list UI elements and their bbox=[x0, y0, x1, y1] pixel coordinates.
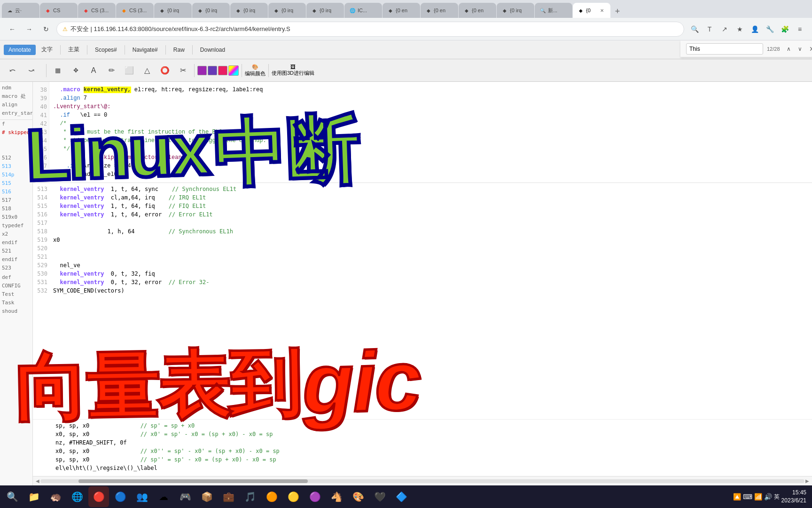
taskbar-app-art[interactable]: 🎨 bbox=[348, 486, 368, 507]
taskbar-app-dark[interactable]: 🖤 bbox=[369, 486, 390, 507]
draw-cut-button[interactable]: ✂ bbox=[174, 62, 191, 79]
taskbar-app-blue[interactable]: 🔵 bbox=[110, 486, 131, 507]
color-swatch-pink[interactable] bbox=[218, 66, 227, 75]
horizontal-scrollbar[interactable]: ◀ ▶ bbox=[33, 476, 812, 485]
tab-favicon-cloud: ☁ bbox=[7, 7, 13, 14]
share-icon[interactable]: ↗ bbox=[718, 23, 731, 36]
tab-label-en3: {0 en bbox=[472, 8, 484, 13]
tab-active[interactable]: ◆ {0 ✕ bbox=[573, 3, 610, 18]
tab-irq1[interactable]: ◆ {0 irq bbox=[154, 3, 192, 18]
line-num-48: 48 bbox=[35, 170, 47, 179]
tab-en3[interactable]: ◆ {0 en bbox=[459, 3, 496, 18]
draw-redo-button[interactable]: ⤻ bbox=[23, 62, 39, 79]
color-swatch-multi[interactable] bbox=[228, 65, 239, 76]
draw-rect-button[interactable]: ⬜ bbox=[121, 62, 138, 79]
tray-keyboard-icon[interactable]: ⌨ bbox=[743, 493, 752, 500]
draw-move-button[interactable]: ✥ bbox=[67, 62, 84, 79]
taskbar-app-yellow[interactable]: 🟡 bbox=[283, 486, 304, 507]
edit-colors-button[interactable]: 🎨 编辑颜色 bbox=[245, 64, 265, 77]
scroll-right-button[interactable]: ▶ bbox=[804, 478, 810, 484]
profile-icon[interactable]: 👤 bbox=[748, 23, 761, 36]
scroll-track[interactable] bbox=[40, 479, 804, 483]
tab-irq2[interactable]: ◆ {0 irq bbox=[192, 3, 230, 18]
draw-separator-2 bbox=[194, 64, 195, 77]
tab-cs2[interactable]: ◆ CS (3... bbox=[78, 3, 116, 18]
tab-en1[interactable]: ◆ {0 en bbox=[383, 3, 420, 18]
anno-separator-2 bbox=[87, 45, 87, 55]
translate-icon[interactable]: T bbox=[703, 23, 716, 36]
taskbar-browser-button[interactable]: 🌐 bbox=[67, 486, 87, 507]
taskbar-app-diamond[interactable]: 🔷 bbox=[391, 486, 412, 507]
tab-cs3[interactable]: ◆ CS (3... bbox=[116, 3, 154, 18]
code-line-num-532: 532 bbox=[33, 286, 47, 295]
find-prev-button[interactable]: ∧ bbox=[784, 44, 794, 54]
draw-undo-button[interactable]: ⤺ bbox=[4, 62, 21, 79]
scroll-thumb[interactable] bbox=[78, 479, 308, 483]
taskbar-app-work[interactable]: 💼 bbox=[218, 486, 239, 507]
tab-irq6[interactable]: ◆ {0 irq bbox=[497, 3, 534, 18]
draw-pen-button[interactable]: ✏ bbox=[103, 62, 120, 79]
find-close-button[interactable]: ✕ bbox=[809, 45, 812, 53]
anno-tab-raw[interactable]: Raw bbox=[169, 45, 189, 55]
tab-irq4[interactable]: ◆ {0 irq bbox=[268, 3, 306, 18]
find-input[interactable] bbox=[686, 43, 763, 55]
taskbar-app-orange[interactable]: 🟠 bbox=[261, 486, 282, 507]
taskbar-app-cloud[interactable]: ☁ bbox=[153, 486, 174, 507]
taskbar-app-game[interactable]: 🎮 bbox=[175, 486, 195, 507]
draw-triangle-button[interactable]: △ bbox=[139, 62, 156, 79]
tray-network-icon[interactable]: 📶 bbox=[754, 493, 762, 500]
line-num-46: 46 bbox=[35, 153, 47, 162]
draw-select-button[interactable]: ▦ bbox=[49, 62, 66, 79]
taskbar-files-button[interactable]: 📁 bbox=[23, 486, 44, 507]
draw-text-button[interactable]: A bbox=[85, 62, 102, 79]
anno-tab-navigate[interactable]: Navigate# bbox=[128, 45, 163, 55]
tab-close-button[interactable]: ✕ bbox=[598, 7, 606, 14]
code-line-47: .if \regsize == 64 bbox=[53, 162, 808, 170]
taskbar-hedgehog-button[interactable]: 🦔 bbox=[45, 486, 66, 507]
color-swatch-purple1[interactable] bbox=[197, 66, 207, 75]
taskbar-clock[interactable]: 15:45 2023/6/21 bbox=[781, 489, 806, 505]
tray-volume-icon[interactable]: 🔊 bbox=[764, 493, 772, 500]
taskbar-app-box[interactable]: 📦 bbox=[196, 486, 217, 507]
tab-cloud[interactable]: ☁ 云· bbox=[2, 3, 39, 18]
forward-button[interactable]: → bbox=[23, 23, 36, 36]
menu-icon[interactable]: ≡ bbox=[793, 23, 806, 36]
left-num-519: 519x0 bbox=[0, 213, 32, 222]
taskbar-app-purple[interactable]: 🟣 bbox=[304, 486, 325, 507]
browser-frame: ☁ 云· ◆ CS ◆ CS (3... ◆ CS (3... ◆ {0 irq… bbox=[0, 0, 812, 508]
taskbar-app-red[interactable]: 🔴 bbox=[88, 486, 109, 507]
tray-icon-1[interactable]: 🔼 bbox=[733, 493, 741, 500]
tab-en2[interactable]: ◆ {0 en bbox=[421, 3, 458, 18]
back-button[interactable]: ← bbox=[6, 23, 19, 36]
taskbar-app-horse[interactable]: 🐴 bbox=[326, 486, 347, 507]
taskbar-app-team[interactable]: 👥 bbox=[132, 486, 152, 507]
anno-tab-annotate[interactable]: Annotate bbox=[4, 45, 36, 55]
bookmark-icon[interactable]: ★ bbox=[733, 23, 746, 36]
taskbar-search-button[interactable]: 🔍 bbox=[2, 486, 23, 507]
search-browser-icon[interactable]: 🔍 bbox=[688, 23, 701, 36]
taskbar-app-music[interactable]: 🎵 bbox=[240, 486, 260, 507]
reload-button[interactable]: ↻ bbox=[39, 23, 53, 36]
anno-tab-text[interactable]: 文字 bbox=[37, 44, 57, 56]
anno-tab-main[interactable]: 主菜 bbox=[63, 44, 84, 56]
color-swatch-purple2[interactable] bbox=[208, 66, 217, 75]
3d-edit-button[interactable]: 🖼 使用图3D进行编辑 bbox=[272, 64, 314, 77]
security-icon: ⚠ bbox=[62, 26, 68, 32]
tab-cs1[interactable]: ◆ CS bbox=[40, 3, 78, 18]
left-label-test: Test bbox=[0, 290, 32, 299]
new-tab-button[interactable]: + bbox=[611, 5, 624, 18]
source-view: ndm macro 处 align entry_star f # skipped… bbox=[0, 82, 812, 485]
anno-tab-scopes[interactable]: Scopes# bbox=[90, 45, 122, 55]
tab-ic[interactable]: 🌐 IC... bbox=[344, 3, 382, 18]
anno-tab-download[interactable]: Download bbox=[195, 45, 230, 55]
tab-irq3[interactable]: ◆ {0 irq bbox=[230, 3, 268, 18]
extension2-icon[interactable]: 🧩 bbox=[778, 23, 791, 36]
tab-irq5[interactable]: ◆ {0 irq bbox=[306, 3, 344, 18]
url-bar[interactable]: ⚠ 不安全 | 116.196.114.63:8080/source/xref/… bbox=[56, 22, 684, 37]
extension-icon[interactable]: 🔧 bbox=[763, 23, 776, 36]
scroll-left-button[interactable]: ◀ bbox=[35, 478, 40, 484]
find-next-button[interactable]: ∨ bbox=[795, 44, 805, 54]
code-514: kernel_ventry cl,am,64, irq // IRQ EL1t bbox=[53, 193, 812, 202]
tab-new[interactable]: 🔍 新... bbox=[535, 3, 572, 18]
draw-circle-button[interactable]: ⭕ bbox=[156, 62, 173, 79]
